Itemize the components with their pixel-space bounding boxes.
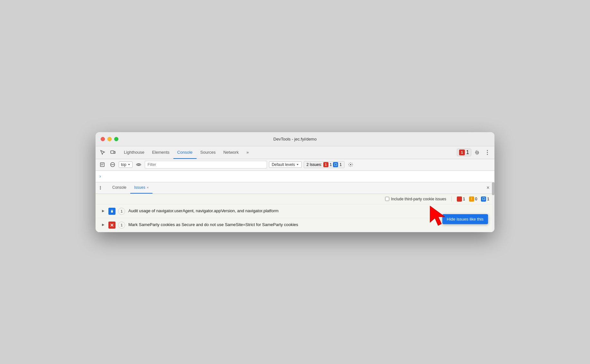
eye-icon[interactable]	[134, 160, 143, 169]
issue-expand-2[interactable]: ▶	[101, 222, 106, 227]
context-dropdown[interactable]: top	[119, 161, 133, 168]
traffic-lights	[101, 137, 118, 141]
error-badge-container: 1 1	[457, 149, 471, 156]
no-entry-icon[interactable]	[108, 160, 117, 169]
issue-text-1: Audit usage of navigator.userAgent, navi…	[128, 208, 279, 214]
panel-content: Console Issues × × Include third-party c…	[96, 182, 494, 232]
issue-icon-error	[108, 222, 115, 229]
drawer-close-button[interactable]: ×	[484, 184, 492, 192]
title-bar: DevTools - jec.fyi/demo	[96, 132, 494, 146]
filter-input[interactable]	[145, 161, 267, 168]
issue-icon-info	[108, 208, 115, 215]
svg-point-2	[487, 150, 488, 151]
issue-row-2[interactable]: ▶ 1 Mark SameParty cookies as Secure and…	[96, 218, 494, 232]
tab-elements[interactable]: Elements	[148, 146, 173, 159]
svg-rect-0	[111, 151, 114, 153]
header-info-badge: ☐ 1	[481, 196, 489, 202]
chevron-right-icon: ›	[99, 174, 101, 179]
more-options-icon[interactable]	[483, 148, 492, 157]
devtools-window: DevTools - jec.fyi/demo Lighthouse Eleme…	[96, 132, 494, 232]
issues-info-badge: ☐	[333, 162, 338, 167]
tab-network[interactable]: Network	[219, 146, 243, 159]
header-warn-badge: ! 0	[469, 196, 477, 202]
maximize-button[interactable]	[114, 137, 118, 141]
console-input-area: ›	[96, 171, 494, 182]
settings-icon[interactable]	[473, 148, 482, 157]
tab-bar: Lighthouse Elements Console Sources Netw…	[96, 146, 494, 159]
header-info-icon: ☐	[481, 196, 486, 202]
svg-point-14	[100, 189, 101, 190]
svg-point-13	[100, 187, 101, 188]
issue-text-2: Mark SameParty cookies as Secure and do …	[128, 222, 298, 228]
svg-point-11	[350, 164, 351, 165]
scrollbar-track[interactable]	[492, 182, 494, 232]
svg-rect-1	[114, 151, 115, 153]
issue-expand-1[interactable]: ▶	[101, 208, 106, 214]
header-error-icon	[457, 196, 462, 202]
tab-lighthouse[interactable]: Lighthouse	[120, 146, 148, 159]
drawer-menu-icon[interactable]	[98, 184, 106, 192]
svg-rect-16	[111, 210, 113, 211]
header-warn-icon: !	[469, 196, 474, 202]
issues-error-badge: 1	[323, 162, 328, 167]
issues-info-count: 1	[339, 162, 342, 167]
issue-row-1[interactable]: ▶ 1 Audit usage of navigator.userAgent, …	[96, 205, 494, 218]
third-party-checkbox[interactable]	[385, 197, 389, 201]
drawer-tab-issues[interactable]: Issues ×	[130, 182, 152, 194]
svg-point-4	[487, 154, 488, 155]
issues-badge: 2 Issues: 1 1 ☐ 1	[304, 161, 345, 168]
clear-console-icon[interactable]	[98, 160, 106, 169]
console-toolbar: top Default levels 2 Issues: 1 1 ☐ 1	[96, 159, 494, 171]
inspect-icon[interactable]	[98, 148, 107, 157]
scrollbar-thumb[interactable]	[492, 182, 494, 195]
device-toggle-icon[interactable]	[108, 148, 117, 157]
drawer-tab-console[interactable]: Console	[108, 182, 130, 194]
svg-point-12	[100, 186, 101, 187]
minimize-button[interactable]	[107, 137, 112, 141]
error-count: 1	[466, 150, 469, 155]
issues-error-count: 1	[330, 162, 332, 167]
tab-bar-right: 1 1	[457, 148, 492, 157]
close-button[interactable]	[101, 137, 105, 141]
third-party-checkbox-label[interactable]: Include third-party cookie issues	[385, 197, 446, 201]
drawer-tab-close[interactable]: ×	[147, 186, 149, 189]
levels-label: Default levels	[272, 162, 295, 167]
tab-sources[interactable]: Sources	[197, 146, 220, 159]
svg-rect-5	[100, 163, 104, 167]
tab-bar-icons	[98, 148, 117, 157]
tab-console[interactable]: Console	[173, 146, 197, 159]
context-label: top	[121, 162, 126, 167]
header-error-badge: 1	[457, 196, 465, 202]
issue-count-1: 1	[118, 208, 125, 215]
issues-header: Include third-party cookie issues 1 ! 0 …	[96, 194, 494, 205]
window-title: DevTools - jec.fyi/demo	[273, 137, 317, 141]
svg-point-3	[487, 152, 488, 153]
svg-rect-15	[111, 211, 113, 213]
issues-panel: Include third-party cookie issues 1 ! 0 …	[96, 194, 494, 232]
issues-label: 2 Issues:	[307, 162, 322, 167]
console-settings-icon[interactable]	[346, 160, 355, 169]
issue-count-2: 1	[118, 222, 125, 229]
tab-more[interactable]: »	[243, 146, 253, 159]
levels-dropdown[interactable]: Default levels	[269, 161, 302, 168]
svg-point-10	[138, 164, 139, 166]
error-badge: 1	[459, 150, 465, 155]
drawer-tab-bar: Console Issues × ×	[96, 182, 494, 194]
